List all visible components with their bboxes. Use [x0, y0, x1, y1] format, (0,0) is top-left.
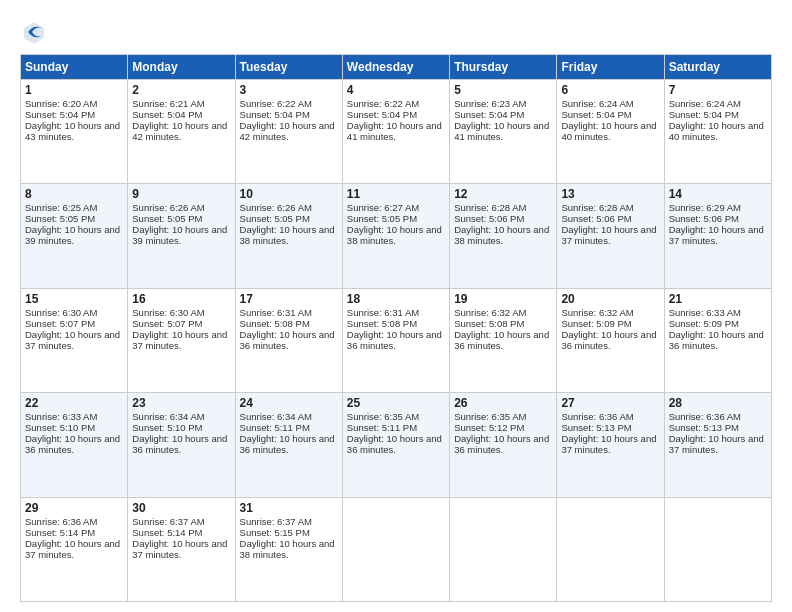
sunrise: Sunrise: 6:36 AM: [25, 516, 97, 527]
day-cell: [664, 497, 771, 601]
daylight: Daylight: 10 hours and 43 minutes.: [25, 120, 120, 142]
day-number: 15: [25, 292, 123, 306]
day-cell: 28Sunrise: 6:36 AMSunset: 5:13 PMDayligh…: [664, 393, 771, 497]
header-cell-sunday: Sunday: [21, 55, 128, 80]
day-cell: 18Sunrise: 6:31 AMSunset: 5:08 PMDayligh…: [342, 288, 449, 392]
day-number: 19: [454, 292, 552, 306]
sunset: Sunset: 5:05 PM: [240, 213, 310, 224]
day-number: 25: [347, 396, 445, 410]
header-cell-saturday: Saturday: [664, 55, 771, 80]
sunset: Sunset: 5:09 PM: [669, 318, 739, 329]
day-cell: 7Sunrise: 6:24 AMSunset: 5:04 PMDaylight…: [664, 80, 771, 184]
header: [20, 18, 772, 46]
daylight: Daylight: 10 hours and 42 minutes.: [240, 120, 335, 142]
daylight: Daylight: 10 hours and 37 minutes.: [669, 433, 764, 455]
header-row: SundayMondayTuesdayWednesdayThursdayFrid…: [21, 55, 772, 80]
daylight: Daylight: 10 hours and 36 minutes.: [347, 433, 442, 455]
day-number: 30: [132, 501, 230, 515]
day-cell: 6Sunrise: 6:24 AMSunset: 5:04 PMDaylight…: [557, 80, 664, 184]
day-cell: 26Sunrise: 6:35 AMSunset: 5:12 PMDayligh…: [450, 393, 557, 497]
daylight: Daylight: 10 hours and 36 minutes.: [561, 329, 656, 351]
day-cell: 21Sunrise: 6:33 AMSunset: 5:09 PMDayligh…: [664, 288, 771, 392]
sunrise: Sunrise: 6:35 AM: [347, 411, 419, 422]
sunrise: Sunrise: 6:34 AM: [132, 411, 204, 422]
sunrise: Sunrise: 6:36 AM: [561, 411, 633, 422]
sunset: Sunset: 5:07 PM: [132, 318, 202, 329]
day-cell: 15Sunrise: 6:30 AMSunset: 5:07 PMDayligh…: [21, 288, 128, 392]
sunset: Sunset: 5:04 PM: [454, 109, 524, 120]
daylight: Daylight: 10 hours and 38 minutes.: [347, 224, 442, 246]
week-row-3: 15Sunrise: 6:30 AMSunset: 5:07 PMDayligh…: [21, 288, 772, 392]
sunset: Sunset: 5:04 PM: [132, 109, 202, 120]
day-number: 27: [561, 396, 659, 410]
day-cell: 22Sunrise: 6:33 AMSunset: 5:10 PMDayligh…: [21, 393, 128, 497]
day-number: 23: [132, 396, 230, 410]
day-number: 14: [669, 187, 767, 201]
daylight: Daylight: 10 hours and 39 minutes.: [25, 224, 120, 246]
calendar-page: SundayMondayTuesdayWednesdayThursdayFrid…: [0, 0, 792, 612]
day-cell: [450, 497, 557, 601]
header-cell-thursday: Thursday: [450, 55, 557, 80]
sunset: Sunset: 5:10 PM: [132, 422, 202, 433]
day-cell: 4Sunrise: 6:22 AMSunset: 5:04 PMDaylight…: [342, 80, 449, 184]
sunrise: Sunrise: 6:32 AM: [454, 307, 526, 318]
day-cell: 24Sunrise: 6:34 AMSunset: 5:11 PMDayligh…: [235, 393, 342, 497]
header-cell-monday: Monday: [128, 55, 235, 80]
daylight: Daylight: 10 hours and 36 minutes.: [347, 329, 442, 351]
day-cell: 30Sunrise: 6:37 AMSunset: 5:14 PMDayligh…: [128, 497, 235, 601]
sunrise: Sunrise: 6:29 AM: [669, 202, 741, 213]
daylight: Daylight: 10 hours and 36 minutes.: [240, 329, 335, 351]
sunrise: Sunrise: 6:31 AM: [347, 307, 419, 318]
daylight: Daylight: 10 hours and 37 minutes.: [25, 538, 120, 560]
day-number: 6: [561, 83, 659, 97]
sunrise: Sunrise: 6:28 AM: [561, 202, 633, 213]
daylight: Daylight: 10 hours and 42 minutes.: [132, 120, 227, 142]
daylight: Daylight: 10 hours and 40 minutes.: [561, 120, 656, 142]
sunset: Sunset: 5:06 PM: [561, 213, 631, 224]
day-number: 11: [347, 187, 445, 201]
sunset: Sunset: 5:11 PM: [240, 422, 310, 433]
header-cell-tuesday: Tuesday: [235, 55, 342, 80]
calendar-header: SundayMondayTuesdayWednesdayThursdayFrid…: [21, 55, 772, 80]
sunset: Sunset: 5:12 PM: [454, 422, 524, 433]
daylight: Daylight: 10 hours and 41 minutes.: [347, 120, 442, 142]
sunset: Sunset: 5:06 PM: [454, 213, 524, 224]
day-cell: 31Sunrise: 6:37 AMSunset: 5:15 PMDayligh…: [235, 497, 342, 601]
day-number: 16: [132, 292, 230, 306]
sunset: Sunset: 5:08 PM: [347, 318, 417, 329]
daylight: Daylight: 10 hours and 36 minutes.: [132, 433, 227, 455]
day-cell: 8Sunrise: 6:25 AMSunset: 5:05 PMDaylight…: [21, 184, 128, 288]
day-cell: 12Sunrise: 6:28 AMSunset: 5:06 PMDayligh…: [450, 184, 557, 288]
day-cell: 19Sunrise: 6:32 AMSunset: 5:08 PMDayligh…: [450, 288, 557, 392]
sunrise: Sunrise: 6:26 AM: [132, 202, 204, 213]
day-cell: 14Sunrise: 6:29 AMSunset: 5:06 PMDayligh…: [664, 184, 771, 288]
calendar-table: SundayMondayTuesdayWednesdayThursdayFrid…: [20, 54, 772, 602]
sunset: Sunset: 5:14 PM: [132, 527, 202, 538]
sunrise: Sunrise: 6:33 AM: [25, 411, 97, 422]
sunrise: Sunrise: 6:35 AM: [454, 411, 526, 422]
day-cell: 13Sunrise: 6:28 AMSunset: 5:06 PMDayligh…: [557, 184, 664, 288]
sunset: Sunset: 5:07 PM: [25, 318, 95, 329]
sunset: Sunset: 5:05 PM: [132, 213, 202, 224]
day-number: 1: [25, 83, 123, 97]
sunrise: Sunrise: 6:27 AM: [347, 202, 419, 213]
sunrise: Sunrise: 6:22 AM: [240, 98, 312, 109]
day-number: 26: [454, 396, 552, 410]
daylight: Daylight: 10 hours and 38 minutes.: [240, 538, 335, 560]
sunrise: Sunrise: 6:31 AM: [240, 307, 312, 318]
day-number: 24: [240, 396, 338, 410]
sunset: Sunset: 5:11 PM: [347, 422, 417, 433]
day-number: 31: [240, 501, 338, 515]
sunset: Sunset: 5:04 PM: [240, 109, 310, 120]
day-cell: 17Sunrise: 6:31 AMSunset: 5:08 PMDayligh…: [235, 288, 342, 392]
day-cell: 25Sunrise: 6:35 AMSunset: 5:11 PMDayligh…: [342, 393, 449, 497]
daylight: Daylight: 10 hours and 36 minutes.: [240, 433, 335, 455]
day-number: 3: [240, 83, 338, 97]
day-number: 8: [25, 187, 123, 201]
calendar-body: 1Sunrise: 6:20 AMSunset: 5:04 PMDaylight…: [21, 80, 772, 602]
day-number: 2: [132, 83, 230, 97]
day-cell: 20Sunrise: 6:32 AMSunset: 5:09 PMDayligh…: [557, 288, 664, 392]
daylight: Daylight: 10 hours and 37 minutes.: [25, 329, 120, 351]
sunrise: Sunrise: 6:25 AM: [25, 202, 97, 213]
daylight: Daylight: 10 hours and 41 minutes.: [454, 120, 549, 142]
